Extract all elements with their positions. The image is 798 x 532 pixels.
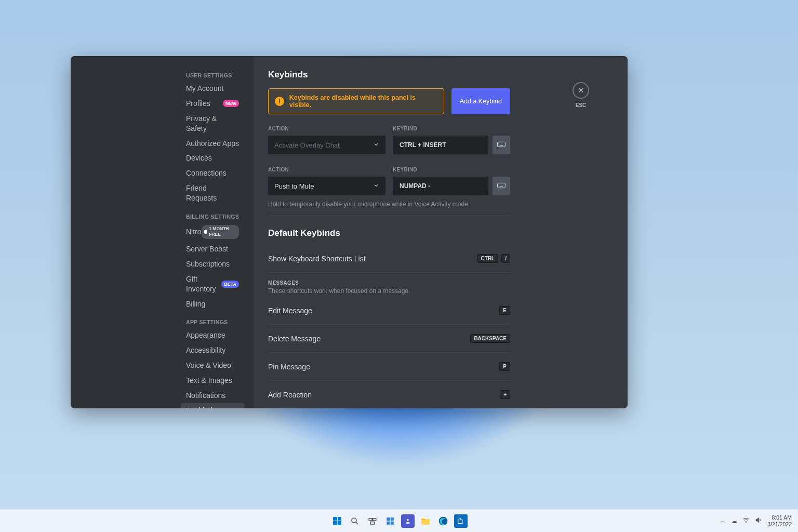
sidebar-item-label: Server Boost (186, 244, 228, 254)
action-label: ACTION (268, 126, 385, 131)
action-select-value: Push to Mute (274, 182, 314, 190)
sidebar-item-profiles[interactable]: ProfilesNEW (181, 96, 244, 111)
svg-rect-20 (391, 521, 394, 524)
sidebar-item-label: Authorized Apps (186, 139, 239, 149)
sidebar-item-billing[interactable]: Billing (181, 297, 244, 312)
sidebar-item-label: Appearance (186, 330, 225, 340)
default-keybind-keys: P (499, 362, 510, 371)
sidebar-item-voice-video[interactable]: Voice & Video (181, 358, 244, 373)
sidebar-item-connections[interactable]: Connections (181, 166, 244, 181)
sidebar-item-label: Connections (186, 168, 227, 178)
default-keybind-keys: CTRL/ (477, 254, 510, 263)
svg-rect-6 (498, 183, 506, 188)
messages-section-header: MESSAGES (268, 280, 510, 286)
tray-chevron-icon[interactable]: ︿ (720, 516, 726, 525)
key-cap: / (501, 254, 510, 263)
action-select[interactable]: Push to Mute (268, 177, 385, 195)
settings-content: Keybinds ! Keybinds are disabled while t… (254, 56, 628, 408)
sidebar-item-nitro[interactable]: Nitro1 MONTH FREE (181, 222, 244, 242)
sidebar-item-appearance[interactable]: Appearance (181, 328, 244, 343)
sidebar-item-devices[interactable]: Devices (181, 151, 244, 166)
default-keybind-row: Edit MessageE (268, 304, 510, 317)
sidebar-item-accessibility[interactable]: Accessibility (181, 343, 244, 358)
keybind-input[interactable]: CTRL + INSERT (393, 136, 488, 154)
svg-rect-15 (373, 518, 376, 521)
key-cap: P (499, 362, 510, 371)
start-button[interactable] (330, 514, 344, 528)
sidebar-item-label: Nitro (186, 227, 202, 237)
clock[interactable]: 8:01 AM 3/21/2022 (767, 514, 792, 527)
badge: NEW (223, 100, 239, 107)
sidebar-item-friend-requests[interactable]: Friend Requests (181, 181, 244, 206)
svg-line-13 (356, 522, 358, 524)
search-icon[interactable] (348, 514, 362, 528)
settings-window: USER SETTINGSMy AccountProfilesNEWPrivac… (71, 56, 628, 408)
volume-icon[interactable] (755, 516, 762, 525)
default-keybind-name: Add Reaction (268, 391, 312, 399)
store-icon[interactable] (454, 514, 468, 528)
widgets-icon[interactable] (383, 514, 397, 528)
default-keybind-keys: + (500, 390, 510, 399)
sidebar-section-header: USER SETTINGS (181, 70, 247, 81)
sidebar-item-label: Notifications (186, 391, 225, 401)
sidebar-item-subscriptions[interactable]: Subscriptions (181, 257, 244, 272)
sidebar-item-label: Devices (186, 153, 212, 163)
close-area: ✕ ESC (573, 82, 589, 108)
keybind-input[interactable]: NUMPAD - (393, 177, 488, 195)
sidebar-item-gift-inventory[interactable]: Gift InventoryBETA (181, 272, 244, 297)
sidebar-item-my-account[interactable]: My Account (181, 81, 244, 96)
close-button[interactable]: ✕ (573, 82, 589, 99)
record-keybind-button[interactable] (493, 136, 510, 154)
default-keybind-name: Pin Message (268, 363, 310, 371)
default-keybind-name: Edit Message (268, 307, 312, 315)
onedrive-icon[interactable]: ☁ (731, 517, 737, 525)
default-keybind-keys: E (499, 306, 510, 315)
default-keybind-keys: BACKSPACE (470, 334, 510, 343)
warning-text: Keybinds are disabled while this panel i… (289, 94, 437, 109)
sidebar-section-header: APP SETTINGS (181, 316, 247, 328)
taskbar-center (330, 514, 468, 528)
sidebar-item-label: Voice & Video (186, 361, 231, 370)
add-keybind-button[interactable]: Add a Keybind (451, 88, 510, 114)
sidebar-item-label: Privacy & Safety (186, 114, 239, 134)
keyboard-icon (497, 182, 506, 190)
chevron-down-icon (373, 182, 379, 190)
svg-point-21 (407, 518, 409, 521)
record-keybind-button[interactable] (493, 177, 510, 195)
default-keybind-row: Show Keyboard Shortcuts ListCTRL/ (268, 252, 510, 265)
keyboard-icon (497, 141, 506, 149)
sidebar-item-notifications[interactable]: Notifications (181, 388, 244, 403)
wifi-icon[interactable] (742, 516, 750, 525)
keybind-label: KEYBIND (393, 126, 510, 131)
sidebar-item-server-boost[interactable]: Server Boost (181, 242, 244, 257)
explorer-icon[interactable] (419, 514, 432, 528)
badge: BETA (221, 281, 239, 288)
svg-rect-16 (370, 522, 375, 524)
sidebar-item-label: My Account (186, 84, 223, 94)
svg-rect-17 (387, 517, 390, 521)
svg-rect-18 (391, 517, 394, 521)
svg-rect-14 (369, 518, 372, 521)
task-view-icon[interactable] (366, 514, 379, 528)
default-keybind-row: Add Reaction+ (268, 388, 510, 401)
sidebar-section-header: BILLING SETTINGS (181, 211, 247, 222)
svg-rect-22 (421, 520, 430, 524)
sidebar-item-privacy-safety[interactable]: Privacy & Safety (181, 111, 244, 136)
edge-icon[interactable] (436, 514, 450, 528)
default-keybind-name: Show Keyboard Shortcuts List (268, 255, 366, 263)
esc-label: ESC (576, 102, 587, 108)
sidebar-item-label: Accessibility (186, 345, 225, 355)
sidebar-item-text-images[interactable]: Text & Images (181, 373, 244, 388)
messages-section-desc: These shortcuts work when focused on a m… (268, 287, 510, 295)
action-select[interactable]: Activate Overlay Chat (268, 136, 385, 154)
warning-icon: ! (275, 97, 284, 106)
clock-date: 3/21/2022 (767, 521, 792, 527)
keybind-label: KEYBIND (393, 167, 510, 172)
system-tray: ︿ ☁ 8:01 AM 3/21/2022 (720, 514, 792, 527)
sidebar-item-keybinds[interactable]: Keybinds (181, 403, 244, 408)
badge: 1 MONTH FREE (202, 225, 239, 239)
chevron-down-icon (373, 141, 379, 149)
teams-icon[interactable] (401, 514, 415, 528)
sidebar-item-authorized-apps[interactable]: Authorized Apps (181, 136, 244, 151)
action-select-value: Activate Overlay Chat (274, 141, 340, 149)
